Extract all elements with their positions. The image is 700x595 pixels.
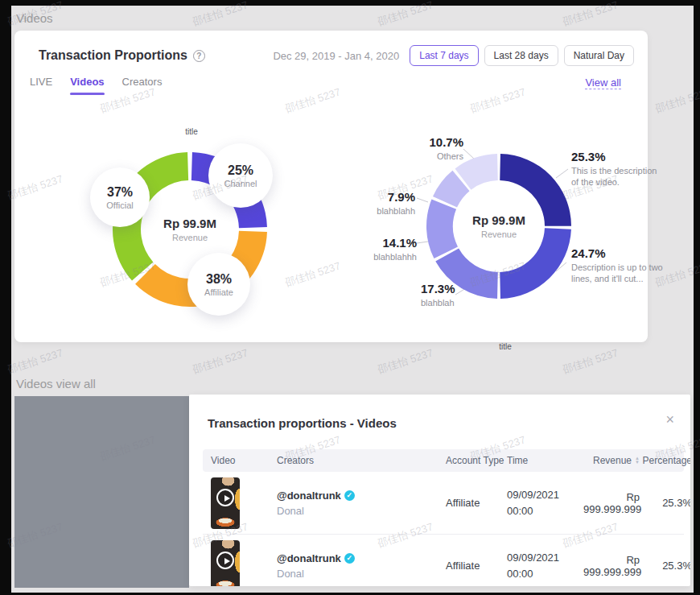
segment-label-others: 10.7% Others	[383, 135, 463, 162]
percentage-cell: 25.3%	[640, 497, 690, 509]
revenue-cell: Rp 999.999.999	[583, 491, 640, 515]
segment-badge-official[interactable]: 37% Official	[90, 167, 150, 227]
percentage-cell: 25.3%	[640, 560, 690, 572]
account-type-cell: Affiliate	[446, 497, 507, 509]
creator-cell[interactable]: @donaltrunk✓ Donal	[277, 490, 446, 517]
section2-title: Videos view all	[16, 377, 96, 390]
leader-line	[556, 169, 568, 178]
range-button-natural-day[interactable]: Natural Day	[564, 45, 634, 66]
revenue-cell: Rp 999.999.999	[583, 554, 640, 578]
time-cell: 09/09/2021 00:00	[507, 487, 583, 519]
leader-line	[417, 198, 428, 202]
col-video: Video	[211, 455, 277, 466]
donut-chart-left: title Rp 99.9M Revenue 25% Channel 37% O…	[63, 126, 320, 335]
leader-line	[463, 149, 475, 159]
date-range-controls: Dec 29, 2019 - Jan 4, 2020 Last 7 days L…	[273, 45, 634, 66]
donut-center-label: Rp 99.9M Revenue	[163, 217, 216, 242]
chart-tabs: LIVE Videos Creators	[30, 76, 162, 95]
close-icon[interactable]: ×	[665, 412, 674, 427]
donut-chart-right: Rp 99.9M Revenue 10.7% Others 7.9% blahb…	[360, 127, 650, 353]
segment-badge-channel[interactable]: 25% Channel	[208, 143, 273, 208]
range-button-last-28-days[interactable]: Last 28 days	[484, 45, 558, 66]
time-cell: 09/09/2021 00:00	[507, 550, 583, 581]
col-percentage: Percentage	[640, 455, 690, 466]
col-account-type: Account Type	[446, 455, 507, 466]
table-row: @donaltrunk✓ Donal Affiliate 09/09/2021 …	[203, 535, 684, 586]
video-thumbnail[interactable]	[211, 477, 240, 529]
segment-label-blahblah: 17.3% blahblah	[421, 282, 485, 308]
modal-title: Transaction proportions - Videos	[208, 416, 397, 430]
account-type-cell: Affiliate	[446, 560, 507, 572]
transaction-proportions-card: Transaction Proportions ? Dec 29, 2019 -…	[14, 31, 648, 342]
screen: Videos Transaction Proportions ? Dec 29,…	[0, 0, 700, 595]
creator-cell[interactable]: @donaltrunk✓ Donal	[277, 552, 446, 580]
video-thumbnail[interactable]	[211, 540, 240, 587]
card-title: Transaction Proportions	[39, 48, 187, 63]
transaction-proportions-modal: Transaction proportions - Videos × Video…	[189, 395, 690, 586]
col-creators: Creators	[277, 455, 446, 466]
segment-label-blahblahhh: 14.1% blahblahhh	[360, 236, 417, 262]
col-revenue-sort[interactable]: Revenue ▲ ▼	[583, 455, 640, 466]
tab-videos[interactable]: Videos	[70, 76, 104, 95]
segment-label-description-1: 25.3% This is the description of the vid…	[571, 150, 663, 188]
verified-icon: ✓	[344, 553, 355, 564]
leader-line	[417, 242, 428, 243]
tab-creators[interactable]: Creators	[122, 76, 163, 95]
range-button-last-7-days[interactable]: Last 7 days	[410, 45, 478, 66]
chart-title: title	[360, 342, 650, 351]
donut-segment[interactable]	[426, 200, 458, 259]
play-icon	[216, 552, 234, 569]
verified-icon: ✓	[344, 490, 355, 501]
section-title: Videos	[16, 11, 53, 25]
view-all-link[interactable]: View all	[585, 76, 621, 89]
segment-label-blahblahh: 7.9% blahblahh	[360, 190, 415, 217]
col-time: Time	[507, 455, 583, 466]
card-header: Transaction Proportions ?	[39, 48, 205, 63]
play-icon	[216, 489, 234, 506]
tab-live[interactable]: LIVE	[30, 76, 52, 95]
segment-badge-affiliate[interactable]: 38% Affiliate	[187, 253, 250, 316]
help-icon[interactable]: ?	[193, 50, 205, 62]
table-row: @donaltrunk✓ Donal Affiliate 09/09/2021 …	[203, 472, 684, 535]
donut-center-label: Rp 99.9M Revenue	[472, 213, 525, 239]
table-header: Video Creators Account Type Time Revenue…	[203, 449, 684, 472]
segment-label-description-2: 24.7% Description is up to two lines, an…	[571, 246, 663, 285]
transactions-table: Video Creators Account Type Time Revenue…	[203, 449, 684, 586]
video-preview-placeholder	[14, 396, 189, 588]
date-range-text: Dec 29, 2019 - Jan 4, 2020	[273, 50, 399, 62]
